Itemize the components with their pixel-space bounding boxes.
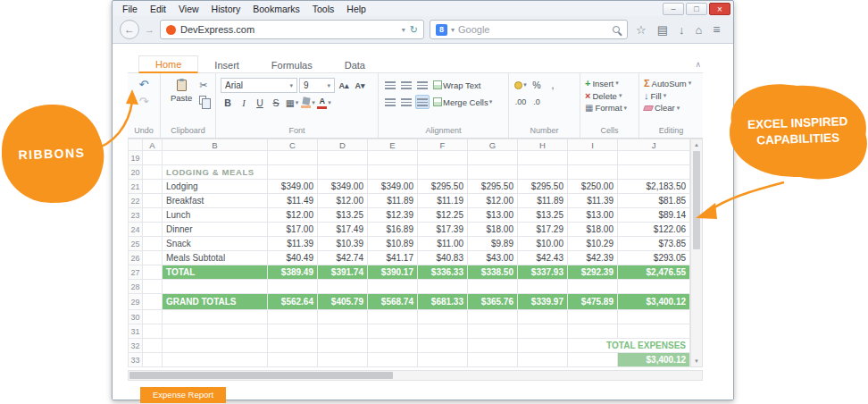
scroll-up-icon[interactable]: ▲ (691, 139, 702, 150)
align-right-button[interactable] (415, 95, 430, 109)
menu-bookmarks[interactable]: Bookmarks (246, 3, 306, 15)
cell-J20[interactable] (618, 165, 690, 180)
cell-E32[interactable] (368, 339, 418, 353)
minimize-button[interactable]: – (663, 3, 684, 15)
ribbon-tab-formulas[interactable]: Formulas (255, 57, 329, 72)
cell-C31[interactable] (268, 324, 318, 339)
cell-C30[interactable] (268, 310, 318, 324)
search-engine-dropdown-icon[interactable]: ▾ (451, 26, 455, 34)
align-left-button[interactable] (383, 95, 397, 109)
cell-B24[interactable]: Dinner (163, 223, 268, 237)
cell-A25[interactable] (143, 237, 163, 251)
cell-G28[interactable] (468, 280, 518, 294)
col-header-H[interactable]: H (518, 139, 568, 151)
cell-J24[interactable]: $122.06 (618, 223, 690, 237)
cell-A28[interactable] (143, 280, 163, 294)
cell-B27[interactable]: TOTAL (163, 265, 268, 280)
insert-cells-button[interactable]: Insert (592, 79, 613, 88)
cell-G27[interactable]: $338.50 (468, 265, 518, 280)
cell-F25[interactable]: $11.00 (418, 237, 468, 251)
downloads-icon[interactable]: ↓ (676, 23, 688, 37)
row-header-21[interactable]: 21 (129, 180, 143, 194)
cell-E30[interactable] (368, 310, 418, 324)
fill-button[interactable]: Fill (651, 91, 662, 101)
ribbon-tab-home[interactable]: Home (138, 55, 198, 73)
paste-button[interactable]: Paste (165, 78, 197, 126)
strikethrough-button[interactable]: S (269, 96, 283, 110)
cell-A20[interactable] (143, 165, 163, 180)
cell-J31[interactable] (618, 324, 690, 339)
cell-A26[interactable] (143, 251, 163, 265)
cell-D21[interactable]: $349.00 (318, 180, 368, 194)
borders-button[interactable]: ▦ ▾ (285, 96, 299, 110)
cell-C32[interactable] (268, 339, 318, 353)
cell-D20[interactable] (318, 165, 368, 180)
col-header-F[interactable]: F (418, 139, 468, 151)
cell-H29[interactable]: $339.97 (518, 294, 568, 310)
cell-G21[interactable]: $295.50 (468, 180, 518, 194)
cell-A29[interactable] (143, 294, 163, 310)
align-bottom-button[interactable] (415, 78, 430, 92)
hamburger-menu-icon[interactable]: ≡ (710, 22, 722, 37)
row-header-27[interactable]: 27 (129, 265, 143, 280)
cell-J22[interactable]: $81.85 (618, 194, 690, 208)
cell-H20[interactable] (518, 165, 568, 180)
autosum-button[interactable]: AutoSum (652, 79, 687, 88)
cell-G22[interactable]: $12.00 (468, 194, 518, 208)
cell-H25[interactable]: $10.00 (518, 237, 568, 251)
clear-button[interactable]: Clear (655, 103, 675, 113)
wrap-text-button[interactable]: Wrap Text (431, 78, 482, 92)
menu-help[interactable]: Help (340, 3, 372, 15)
cell-I22[interactable]: $11.39 (568, 194, 618, 208)
cell-I33[interactable] (568, 353, 618, 367)
bold-button[interactable]: B (221, 96, 235, 110)
cell-D24[interactable]: $17.49 (318, 223, 368, 237)
delete-cells-button[interactable]: Delete (592, 91, 616, 101)
cell-A24[interactable] (143, 223, 163, 237)
cell-A32[interactable] (143, 339, 163, 353)
row-header-33[interactable]: 33 (129, 353, 143, 367)
cell-B19[interactable] (163, 151, 268, 165)
cell-F29[interactable]: $681.33 (418, 294, 468, 310)
scroll-down-icon[interactable]: ▼ (691, 356, 702, 366)
cell-E24[interactable]: $16.89 (368, 223, 418, 237)
cell-B25[interactable]: Snack (163, 237, 268, 251)
cell-G29[interactable]: $365.76 (468, 294, 518, 310)
cell-C29[interactable]: $562.64 (268, 294, 318, 310)
cell-D31[interactable] (318, 324, 368, 339)
merge-cells-button[interactable]: Merge Cells ▾ (431, 95, 494, 109)
col-header-D[interactable]: D (318, 139, 368, 151)
row-header-20[interactable]: 20 (129, 165, 143, 180)
increase-decimal-button[interactable]: .00 (513, 95, 528, 109)
shrink-font-icon[interactable]: A▾ (353, 79, 367, 93)
cell-I20[interactable] (568, 165, 618, 180)
comma-style-button[interactable]: , (546, 78, 560, 92)
cell-E33[interactable] (368, 353, 418, 367)
col-header-J[interactable]: J (618, 139, 690, 151)
format-cells-button[interactable]: Format (595, 103, 622, 113)
cell-G20[interactable] (468, 165, 518, 180)
copy-icon[interactable] (199, 96, 206, 105)
align-middle-button[interactable] (399, 78, 413, 92)
back-button[interactable]: ← (120, 20, 139, 39)
row-header-31[interactable]: 31 (129, 324, 143, 339)
percent-style-button[interactable]: % (530, 78, 544, 92)
cell-F32[interactable] (418, 339, 468, 353)
url-dropdown-icon[interactable]: ▾ (402, 26, 405, 34)
search-icon[interactable] (613, 26, 620, 33)
cell-I23[interactable]: $13.00 (568, 208, 618, 223)
cell-I19[interactable] (568, 151, 618, 165)
cell-E19[interactable] (368, 151, 418, 165)
cell-E20[interactable] (368, 165, 418, 180)
cell-H26[interactable]: $42.43 (518, 251, 568, 265)
cell-F31[interactable] (418, 324, 468, 339)
cell-I27[interactable]: $292.39 (568, 265, 618, 280)
cell-F26[interactable]: $40.83 (418, 251, 468, 265)
menu-file[interactable]: File (116, 3, 144, 15)
menu-tools[interactable]: Tools (306, 3, 341, 15)
cell-H22[interactable]: $11.89 (518, 194, 568, 208)
row-header-32[interactable]: 32 (129, 339, 143, 353)
row-header-29[interactable]: 29 (129, 294, 143, 310)
search-bar[interactable]: 8 ▾ Google (430, 20, 628, 39)
cell-E27[interactable]: $390.17 (368, 265, 418, 280)
